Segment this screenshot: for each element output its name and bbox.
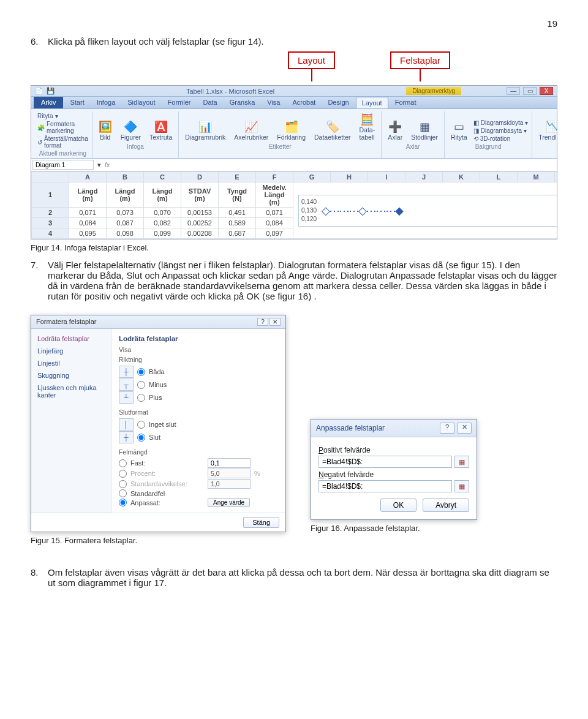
tab-layout[interactable]: Layout <box>356 97 388 108</box>
sidebar-item-vertical[interactable]: Lodräta felstaplar <box>31 333 111 345</box>
radio-plus[interactable] <box>137 394 145 402</box>
dlg16-close-button[interactable]: ✕ <box>457 423 472 434</box>
group-name-infoga: Infoga <box>96 143 175 150</box>
enter-value-button[interactable]: Ange värde <box>208 498 250 507</box>
visa-label: Visa <box>119 346 278 353</box>
caption-fig16: Figur 16. Anpassade felstaplar. <box>311 524 477 533</box>
tab-file[interactable]: Arkiv <box>34 97 63 108</box>
qat-icon[interactable]: 📄 <box>35 87 43 95</box>
negative-range-picker[interactable]: ▦ <box>454 480 469 492</box>
dlg16-help-button[interactable]: ? <box>440 423 454 434</box>
rotation-3d[interactable]: 3D-rotation <box>480 135 510 142</box>
axis-title-icon: 📈 <box>244 121 258 132</box>
name-box-bar: ▾ fx <box>31 159 557 171</box>
radio-stdev[interactable] <box>119 480 127 488</box>
radio-stderr[interactable] <box>119 489 127 497</box>
chart-wall-icon: ◧ <box>473 119 479 126</box>
excel-title: Tabell 1.xlsx - Microsoft Excel <box>58 88 402 95</box>
step-8: 8. Om felstaplar även visas vågrätt är d… <box>31 567 557 588</box>
reset-format[interactable]: Återställ/matcha format <box>44 135 88 149</box>
tab-formler[interactable]: Formler <box>162 97 197 108</box>
group-aktuell-markering: Rityta ▾ 🧩Formatera markering ↺Återställ… <box>34 111 92 158</box>
insert-shapes-button[interactable]: 🔷Figurer <box>118 120 143 142</box>
window-buttons: — ▭ X <box>505 87 553 95</box>
tab-infoga[interactable]: Infoga <box>91 97 121 108</box>
data-labels-button[interactable]: 🏷️Dataetiketter <box>312 120 353 142</box>
dlg15-help-button[interactable]: ? <box>257 318 268 326</box>
tab-format[interactable]: Format <box>390 97 422 108</box>
gridlines-button[interactable]: ▦Stödlinjer <box>409 120 440 142</box>
tab-start[interactable]: Start <box>64 97 89 108</box>
tab-design[interactable]: Design <box>322 97 354 108</box>
chart-y-axis: 0,140 0,130 0,120 <box>301 198 317 224</box>
positive-value-input[interactable] <box>318 456 452 468</box>
sidebar-item-glow[interactable]: Ljussken och mjuka kanter <box>31 382 111 401</box>
group-analys: 📉Trendlinje 〰️Linjer ▾ ⇅Upp/nedstaplar ▾… <box>532 111 557 158</box>
chart-title-icon: 📊 <box>198 121 212 132</box>
spreadsheet[interactable]: ABCDEFGHIJKLMNOP 1 Längd (m) Längd (m) L… <box>31 171 557 239</box>
radio-end[interactable] <box>137 434 145 442</box>
sidebar-item-linestyle[interactable]: Linjestil <box>31 357 111 369</box>
tab-granska[interactable]: Granska <box>224 97 261 108</box>
dlg16-title: Anpassade felstaplar <box>316 424 385 432</box>
data-labels-icon: 🏷️ <box>326 121 339 132</box>
legend-button[interactable]: 🗂️Förklaring <box>274 120 308 142</box>
cancel-button[interactable]: Avbryt <box>423 499 469 512</box>
dlg15-main: Lodräta felstaplar Visa Riktning ┼Båda ┬… <box>111 329 285 513</box>
data-table-button[interactable]: 🧮Data-tabell <box>357 113 378 142</box>
dlg15-sidebar: Lodräta felstaplar Linjefärg Linjestil S… <box>31 329 111 513</box>
sidebar-item-shadow[interactable]: Skuggning <box>31 369 111 382</box>
embedded-chart[interactable]: 0,140 0,130 0,120 ◇⋯⋯⋯◇⋯⋯⋯◆ y = 0,1385x … <box>298 195 557 227</box>
step-7: 7. Välj Fler felstapelalternativ (längst… <box>31 260 557 301</box>
axes-icon: ➕ <box>388 121 402 132</box>
negative-value-input[interactable] <box>318 480 452 492</box>
dir-plus-icon: ┴ <box>119 391 134 404</box>
group-name-axlar: Axlar <box>385 143 440 150</box>
chart-floor[interactable]: Diagrambasyta <box>481 127 522 134</box>
radio-percent[interactable] <box>119 470 127 478</box>
chart-wall[interactable]: Diagramsidoyta <box>481 119 523 126</box>
axis-titles-button[interactable]: 📈Axelrubriker <box>232 120 271 142</box>
dlg15-close[interactable]: Stäng <box>243 517 279 528</box>
close-button[interactable]: X <box>540 87 553 95</box>
custom-errorbars-dialog: Anpassade felstaplar ?✕ Positivt felvärd… <box>311 419 477 520</box>
ribbon-tabs: Arkiv Start Infoga Sidlayout Formler Dat… <box>31 97 557 109</box>
ok-button[interactable]: OK <box>380 499 417 512</box>
name-box[interactable] <box>32 160 94 170</box>
group-bakgrund: ▭Rityta ◧Diagramsidoyta ▾ ◨Diagrambasyta… <box>445 111 532 158</box>
dlg15-close-button[interactable]: ✕ <box>270 318 281 326</box>
tab-acrobat[interactable]: Acrobat <box>287 97 321 108</box>
tab-data[interactable]: Data <box>197 97 222 108</box>
fx-icon[interactable]: fx <box>105 161 110 168</box>
sidebar-item-linecolor[interactable]: Linjefärg <box>31 345 111 357</box>
chart-floor-icon: ◨ <box>473 127 479 134</box>
step-7-text: Välj Fler felstapelalternativ (längst ne… <box>48 260 557 301</box>
radio-custom[interactable] <box>119 499 127 506</box>
step-6-number: 6. <box>31 36 48 47</box>
tab-visa[interactable]: Visa <box>262 97 285 108</box>
selection-dropdown[interactable]: Rityta <box>37 113 53 119</box>
qat-save-icon[interactable]: 💾 <box>47 87 55 95</box>
group-axlar: ➕Axlar ▦Stödlinjer Axlar <box>382 111 445 158</box>
radio-minus[interactable] <box>137 381 145 389</box>
end-none-icon: │ <box>119 418 134 431</box>
tab-sidlayout[interactable]: Sidlayout <box>122 97 160 108</box>
step-8-text: Om felstaplar även visas vågrätt är det … <box>48 567 557 588</box>
insert-picture-button[interactable]: 🖼️Bild <box>96 120 115 142</box>
minimize-button[interactable]: — <box>507 87 520 95</box>
maximize-button[interactable]: ▭ <box>523 87 537 95</box>
trendline-button[interactable]: 📉Trendlinje <box>536 120 557 142</box>
chart-title-button[interactable]: 📊Diagramrubrik <box>183 120 228 142</box>
radio-fixed[interactable] <box>119 459 127 467</box>
format-selection[interactable]: Formatera markering <box>47 121 88 134</box>
radio-both[interactable] <box>137 368 145 376</box>
callout-felstaplar-arrow <box>420 69 421 81</box>
radio-no-end[interactable] <box>137 421 145 429</box>
positive-range-picker[interactable]: ▦ <box>454 456 469 468</box>
fixed-input[interactable] <box>208 458 251 468</box>
group-name-analys: Analys <box>536 143 557 150</box>
dlg15-main-title: Lodräta felstaplar <box>119 335 278 342</box>
axes-button[interactable]: ➕Axlar <box>385 120 405 142</box>
insert-textbox-button[interactable]: 🅰️Textruta <box>147 120 175 142</box>
plot-area-button[interactable]: ▭Rityta <box>448 120 470 142</box>
